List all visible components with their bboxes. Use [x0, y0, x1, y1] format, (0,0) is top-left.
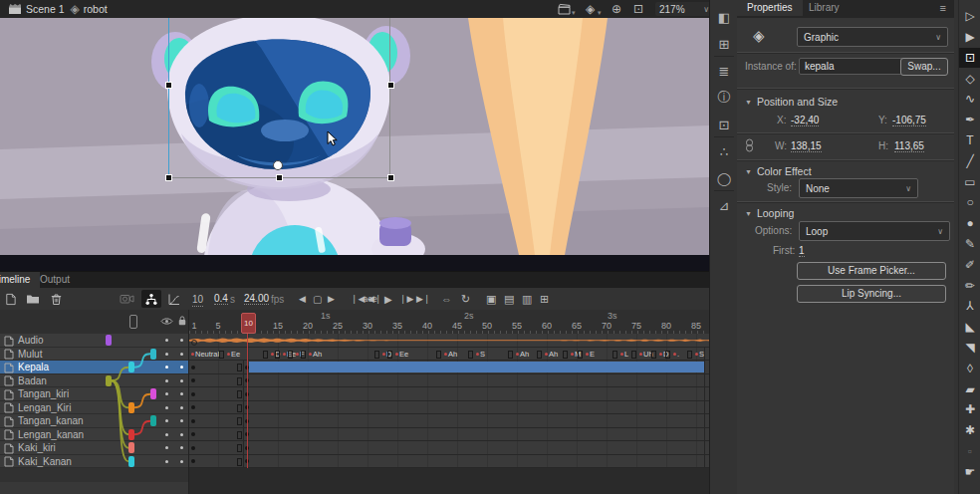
onion-skin-outlines-button[interactable]: ▤: [504, 288, 514, 310]
lip-syncing-button[interactable]: Lip Syncing...: [797, 285, 946, 303]
mouth-keyframe-dot[interactable]: [673, 353, 676, 356]
layer-lock-dot[interactable]: [180, 446, 183, 449]
center-playhead-button[interactable]: ⇔: [441, 288, 452, 310]
mouth-keyframe-dot[interactable]: [296, 353, 299, 356]
layer-row[interactable]: Badan: [0, 374, 188, 388]
loop-playback-button[interactable]: ↻: [461, 288, 470, 310]
stage-canvas[interactable]: [0, 18, 709, 255]
symbol-behavior-select[interactable]: Graphic ∨: [797, 27, 948, 47]
selection-handle-bottom-right[interactable]: [387, 174, 394, 181]
mouth-shape-label[interactable]: Ee: [231, 350, 240, 359]
mouth-keyframe-dot[interactable]: [283, 353, 286, 356]
layer-lock-dot[interactable]: [180, 366, 183, 369]
mouth-shape-label[interactable]: Ah: [520, 350, 529, 359]
frames-row[interactable]: [189, 455, 709, 469]
mouth-shape-label[interactable]: S: [480, 350, 485, 359]
layer-visibility-dot[interactable]: [165, 353, 168, 356]
breadcrumb-scene[interactable]: Scene 1: [26, 3, 65, 15]
layer-visibility-dot[interactable]: [165, 379, 168, 382]
step-forward-button[interactable]: ▶: [328, 288, 335, 310]
keyframe-dot[interactable]: [191, 432, 195, 436]
breadcrumb-symbol[interactable]: robot: [84, 3, 108, 15]
style-select[interactable]: None ∨: [799, 178, 918, 198]
layer-row[interactable]: Audio: [0, 334, 188, 348]
w-value[interactable]: 138,15: [791, 140, 822, 152]
play-button[interactable]: ▶: [384, 288, 392, 310]
layer-visibility-dot[interactable]: [165, 366, 168, 369]
position-size-header[interactable]: ▼Position and Size: [745, 96, 838, 108]
asset-warp-tool[interactable]: ✚: [959, 399, 980, 420]
keyframe-dot[interactable]: [191, 392, 195, 396]
scene-clapper-icon[interactable]: [8, 3, 22, 15]
tab-properties[interactable]: Properties: [737, 0, 803, 16]
transform-panel-icon[interactable]: ⊡: [710, 112, 738, 137]
mouth-shape-label[interactable]: Ah: [448, 350, 457, 359]
pen-tool[interactable]: ✒: [959, 110, 980, 130]
delete-layer-button[interactable]: [50, 288, 63, 310]
frames-row[interactable]: [189, 374, 709, 388]
layer-name[interactable]: Tangan_kanan: [18, 415, 84, 426]
layer-visibility-dot[interactable]: [165, 446, 168, 449]
layer-lock-dot[interactable]: [180, 433, 183, 436]
layer-name[interactable]: Kepala: [18, 362, 49, 372]
selection-handle-bottom-mid[interactable]: [276, 174, 283, 181]
free-transform-tool[interactable]: ⊡: [959, 48, 980, 69]
previous-frame-button[interactable]: ◀❘: [368, 288, 381, 310]
keyframe-dot[interactable]: [191, 446, 195, 450]
selection-handle-mid-right[interactable]: [387, 82, 394, 89]
library-grid-icon[interactable]: ⊞: [710, 31, 738, 57]
text-tool[interactable]: T: [959, 130, 980, 151]
mouth-keyframe-dot[interactable]: [545, 353, 548, 356]
frames-row[interactable]: [189, 414, 709, 428]
transformation-point[interactable]: [273, 160, 283, 170]
mouth-shape-label[interactable]: Ee: [399, 350, 408, 359]
tab-output[interactable]: Output: [30, 272, 80, 288]
keyframe-dot[interactable]: [191, 366, 195, 370]
mouth-shape-label[interactable]: Neutral: [195, 350, 219, 359]
layer-row[interactable]: Lengan_kanan: [0, 428, 188, 442]
add-camera-button[interactable]: [120, 288, 134, 310]
subselection-tool[interactable]: ▶: [959, 27, 980, 48]
looping-header[interactable]: ▼Looping: [745, 207, 794, 219]
keyframe-dot[interactable]: [191, 419, 195, 423]
layer-lock-dot[interactable]: [180, 392, 183, 395]
layer-row[interactable]: Tangan_kanan: [0, 414, 188, 428]
mouth-keyframe-dot[interactable]: [476, 353, 479, 356]
layer-visibility-dot[interactable]: [165, 419, 168, 422]
layer-visibility-dot[interactable]: [165, 339, 168, 342]
color-effect-header[interactable]: ▼Color Effect: [745, 165, 812, 177]
layer-name[interactable]: Badan: [18, 375, 47, 386]
go-to-first-frame-button[interactable]: ❘◀: [351, 288, 365, 310]
step-back-button[interactable]: ◀: [299, 288, 306, 310]
selection-handle-mid-left[interactable]: [165, 82, 172, 89]
layer-visibility-dot[interactable]: [165, 433, 168, 436]
layer-row[interactable]: Tangan_kiri: [0, 387, 188, 401]
timeline-ruler[interactable]: 1s2s3s1510152025303540455055606570758085: [189, 310, 709, 334]
layer-lock-dot[interactable]: [180, 419, 183, 422]
layer-lock-dot[interactable]: [180, 406, 183, 409]
puppet-pin-tool[interactable]: ✱: [959, 420, 980, 441]
lasso-tool[interactable]: ∿: [959, 89, 980, 110]
width-tool[interactable]: ▫: [959, 441, 980, 462]
loop-range-button[interactable]: ▢: [313, 288, 322, 310]
playhead-marker[interactable]: 10: [241, 313, 256, 334]
layer-visibility-dot[interactable]: [165, 460, 168, 463]
selected-frame-span[interactable]: [249, 362, 704, 372]
lock-column-icon[interactable]: [176, 315, 188, 327]
center-frame-icon[interactable]: ⊕: [612, 3, 621, 15]
layer-name[interactable]: Audio: [18, 335, 44, 346]
mouth-shape-label[interactable]: E: [590, 350, 595, 359]
layer-name[interactable]: Tangan_kiri: [18, 388, 69, 399]
layer-row[interactable]: Mulut: [0, 348, 188, 362]
frames-row[interactable]: [189, 428, 709, 442]
clip-content-icon[interactable]: ⊡: [633, 3, 643, 15]
frames-row[interactable]: [189, 441, 709, 455]
eyedropper-tool[interactable]: ◊: [959, 359, 980, 379]
mouth-shape-label[interactable]: .: [677, 350, 679, 359]
new-layer-button[interactable]: [4, 288, 17, 310]
panel-menu-icon[interactable]: ≡: [940, 2, 946, 14]
link-dimensions-icon[interactable]: [743, 138, 756, 152]
layer-name[interactable]: Lengan_Kiri: [18, 402, 71, 413]
line-tool[interactable]: ╱: [959, 151, 980, 172]
eraser-tool[interactable]: ▰: [959, 378, 980, 399]
